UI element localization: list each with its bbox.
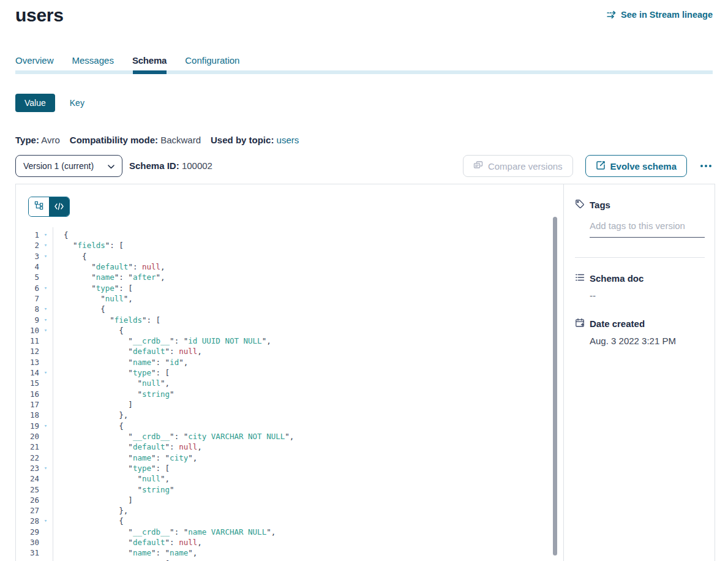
tab-underline-track	[15, 70, 713, 74]
more-options-button[interactable]	[699, 162, 713, 170]
code-line: 7 "null",	[16, 293, 555, 304]
fold-toggle-icon[interactable]: ▾	[39, 304, 52, 314]
line-number: 12	[16, 346, 39, 356]
fold-spacer	[39, 272, 52, 282]
code-line: 8▾ {	[16, 304, 555, 314]
compare-copies-icon	[473, 160, 483, 172]
code-text: "null",	[52, 473, 170, 484]
line-number: 1	[16, 230, 39, 240]
code-text: "default": null,	[52, 346, 202, 356]
code-text: "default": null,	[52, 262, 165, 272]
line-number: 18	[16, 410, 39, 420]
topic-link[interactable]: users	[277, 135, 299, 145]
tree-view-button[interactable]	[29, 197, 49, 216]
compatibility-label: Compatibility mode:	[70, 135, 158, 145]
date-created-value: Aug. 3 2022 3:21 PM	[590, 336, 705, 346]
tree-view-icon	[34, 201, 43, 213]
code-line: 5 "name": "after",	[16, 272, 555, 282]
code-line: 3▾ {	[16, 251, 555, 262]
schema-kind-toggle: Value Key	[15, 94, 84, 112]
list-icon	[575, 273, 585, 284]
edit-square-icon	[596, 160, 606, 172]
fold-toggle-icon[interactable]: ▾	[39, 283, 52, 293]
code-text: "null",	[52, 378, 170, 388]
line-number: 3	[16, 251, 39, 262]
schema-id-label: Schema ID:	[129, 160, 179, 171]
code-line: 9▾ "fields": [	[16, 315, 555, 325]
line-number: 11	[16, 336, 39, 346]
fold-spacer	[39, 336, 52, 346]
value-toggle-button[interactable]: Value	[15, 94, 55, 112]
code-text: ]	[52, 399, 133, 410]
code-line: 16 "string"	[16, 389, 555, 399]
schema-id-value: 100002	[182, 160, 212, 171]
line-number: 27	[16, 505, 39, 516]
fold-toggle-icon[interactable]: ▾	[39, 240, 52, 250]
tab-messages[interactable]: Messages	[72, 55, 114, 72]
see-in-stream-lineage-link[interactable]: See in Stream lineage	[607, 10, 713, 20]
evolve-schema-button[interactable]: Evolve schema	[585, 155, 687, 177]
type-label: Type:	[15, 135, 39, 145]
fold-toggle-icon[interactable]: ▾	[39, 251, 52, 262]
fold-toggle-icon[interactable]: ▾	[39, 516, 52, 526]
code-line: 14▾ "type": [	[16, 367, 555, 378]
code-text: "null",	[52, 293, 133, 304]
code-text: "default": null,	[52, 442, 202, 452]
code-line: 17 ]	[16, 399, 555, 410]
tab-overview[interactable]: Overview	[15, 55, 54, 72]
tab-configuration[interactable]: Configuration	[185, 55, 239, 72]
fold-spacer	[39, 442, 52, 452]
code-text: "string"	[52, 484, 174, 495]
code-line: 18 },	[16, 410, 555, 420]
line-number: 22	[16, 453, 39, 463]
fold-spacer	[39, 484, 52, 495]
version-select-value: Version 1 (current)	[23, 161, 108, 171]
compare-versions-label: Compare versions	[488, 161, 563, 171]
fold-toggle-icon[interactable]: ▾	[39, 325, 52, 336]
schema-meta-row: Type: Avro Compatibility mode: Backward …	[15, 135, 309, 145]
code-text: "__crdb__": "id UUID NOT NULL",	[52, 336, 271, 346]
code-view-icon	[54, 201, 64, 213]
line-number: 9	[16, 315, 39, 325]
tags-input[interactable]	[590, 220, 705, 238]
key-toggle-button[interactable]: Key	[70, 98, 84, 108]
line-number: 32	[16, 559, 39, 561]
line-number: 13	[16, 357, 39, 367]
code-text: {	[52, 230, 69, 240]
code-line: 30 "default": null,	[16, 537, 555, 548]
code-line: 15 "null",	[16, 378, 555, 388]
compare-versions-button[interactable]: Compare versions	[463, 155, 573, 177]
compatibility-value: Backward	[160, 135, 201, 145]
code-line: 13 "name": "id",	[16, 357, 555, 367]
tags-section-title: Tags	[590, 200, 610, 210]
fold-toggle-icon[interactable]: ▾	[39, 315, 52, 325]
line-number: 23	[16, 463, 39, 473]
fold-toggle-icon[interactable]: ▾	[39, 367, 52, 378]
line-number: 29	[16, 527, 39, 537]
version-select[interactable]: Version 1 (current)	[15, 155, 122, 177]
schema-code-pane: 1▾{2▾ "fields": [3▾ {4 "default": null,5…	[16, 184, 563, 561]
vertical-scrollbar-thumb[interactable]	[553, 217, 557, 555]
line-number: 6	[16, 283, 39, 293]
fold-toggle-icon[interactable]: ▾	[39, 230, 52, 240]
line-number: 16	[16, 389, 39, 399]
fold-toggle-icon[interactable]: ▾	[39, 421, 52, 431]
code-line: 6▾ "type": [	[16, 283, 555, 293]
code-text: },	[52, 410, 128, 420]
lineage-link-label: See in Stream lineage	[621, 10, 713, 20]
evolve-schema-label: Evolve schema	[610, 161, 677, 171]
code-view-button[interactable]	[49, 197, 69, 216]
active-tab-indicator	[133, 70, 167, 74]
code-line: 20 "__crdb__": "city VARCHAR NOT NULL",	[16, 431, 555, 442]
fold-spacer	[39, 410, 52, 420]
code-text: "type": [	[52, 559, 170, 561]
fold-toggle-icon[interactable]: ▾	[39, 463, 52, 473]
tab-schema[interactable]: Schema	[132, 55, 167, 72]
code-text: "string"	[52, 389, 174, 399]
fold-toggle-icon[interactable]: ▾	[39, 559, 52, 561]
line-number: 24	[16, 473, 39, 484]
tag-icon	[575, 199, 585, 211]
tab-bar: Overview Messages Schema Configuration	[15, 55, 239, 72]
code-line: 29 "__crdb__": "name VARCHAR NULL",	[16, 527, 555, 537]
fold-spacer	[39, 537, 52, 548]
